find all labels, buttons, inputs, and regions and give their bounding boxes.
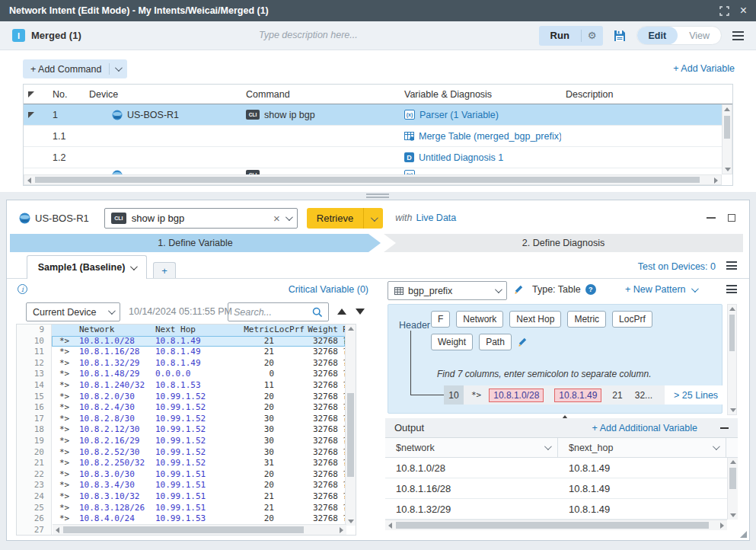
raw-text-line[interactable]: 10*>10.8.1.0/2810.8.1.492132768? <box>17 336 356 347</box>
command-table-vscrollbar[interactable] <box>722 104 732 174</box>
edit-variable-pencil-icon[interactable] <box>514 284 525 295</box>
raw-text-line[interactable]: 14*>10.8.1.240/3210.8.1.531132768? <box>17 380 356 392</box>
new-pattern-button[interactable]: + New Pattern <box>625 284 697 295</box>
parser-icon: (x) <box>404 110 415 120</box>
col-description: Description <box>561 89 722 100</box>
raw-text-line[interactable]: 25*>10.8.3.128/2610.99.1.512132768? <box>17 503 356 514</box>
maximize-panel-icon[interactable] <box>728 214 735 222</box>
edit-keys-pencil-icon[interactable] <box>518 337 528 347</box>
view-mode-button[interactable]: View <box>678 27 721 44</box>
raw-text-line[interactable]: 11*>10.8.1.16/2810.8.1.492132768? <box>17 347 356 358</box>
raw-text-line[interactable]: 17*>10.8.2.8/3010.99.1.523032768? <box>17 414 356 425</box>
tab-dropdown-icon[interactable] <box>130 263 138 270</box>
collapse-all-icon[interactable] <box>28 91 34 98</box>
column-key-chip[interactable]: Weight <box>431 334 473 350</box>
live-data-link[interactable]: Live Data <box>416 213 456 223</box>
column-key-chip[interactable]: Metric <box>567 311 606 328</box>
output-row[interactable]: 10.8.1.16/2810.8.1.49 <box>385 478 738 499</box>
raw-text-line[interactable]: 22*>10.8.3.0/3010.99.1.512032768? <box>17 469 356 481</box>
find-previous-icon[interactable] <box>337 309 346 315</box>
run-button[interactable]: Run <box>539 26 581 46</box>
raw-text-line[interactable]: 24*>10.8.3.10/3210.99.1.512132768? <box>17 491 356 503</box>
search-input[interactable]: Search... <box>228 302 329 321</box>
column-key-chip[interactable]: Network <box>456 311 503 328</box>
raw-text-line[interactable]: 21*>10.8.2.250/3210.99.1.523132768? <box>17 458 356 469</box>
row-variable[interactable]: DUntitled Diagnosis 1 <box>400 152 561 163</box>
raw-text-line[interactable]: 23*>10.8.3.4/3010.99.1.512032768? <box>17 480 356 491</box>
raw-text-line[interactable]: 15*>10.8.2.0/3010.99.1.522032768? <box>17 392 356 403</box>
retrieve-dropdown-icon[interactable] <box>364 211 383 225</box>
output-column-select[interactable]: $next_hop <box>558 438 726 457</box>
column-key-chip[interactable]: Path <box>479 334 512 350</box>
step-define-diagnosis[interactable]: 2. Define Diagnosis <box>384 234 743 252</box>
pattern-menu-icon[interactable] <box>726 285 737 293</box>
raw-text-line[interactable]: 18*>10.8.2.12/3010.99.1.523032768? <box>17 424 356 436</box>
retrieve-button[interactable]: Retrieve <box>307 213 363 224</box>
panel-resize-handle[interactable] <box>740 531 747 538</box>
add-sample-tab[interactable]: + <box>153 262 176 278</box>
output-vscrollbar[interactable] <box>727 458 738 520</box>
command-table-row[interactable]: 1US-BOS-R1CLIshow ip bgp(x)Parser (1 Var… <box>24 104 732 126</box>
raw-hscrollbar[interactable] <box>53 524 346 535</box>
row-variable[interactable]: Merge Table (merged_bgp_prefix) <box>400 131 561 142</box>
device-name: US-BOS-R1 <box>35 213 89 224</box>
save-icon[interactable] <box>614 30 626 42</box>
panel-splitter-handle[interactable] <box>366 193 389 198</box>
run-button-group: Run ⚙ <box>539 26 603 46</box>
row-variable[interactable]: (x)Parser (1 Variable) <box>400 110 561 120</box>
output-row[interactable]: 10.8.1.0/2810.8.1.49 <box>385 458 738 478</box>
command-input[interactable]: CLI show ip bgp × <box>104 208 298 229</box>
variable-select[interactable]: bgp_prefix <box>388 281 507 300</box>
command-dropdown-icon[interactable] <box>285 213 293 221</box>
column-key-chip[interactable]: LocPrf <box>612 311 652 328</box>
raw-text-line[interactable]: 20*>10.8.2.52/3010.99.1.523032768? <box>17 447 356 459</box>
row-collapse-icon[interactable] <box>28 112 34 118</box>
collapse-panel-icon[interactable] <box>707 217 716 219</box>
close-icon[interactable]: × <box>740 5 747 17</box>
find-next-icon[interactable] <box>356 309 365 315</box>
add-command-dropdown-icon[interactable] <box>115 64 123 72</box>
raw-text-line[interactable]: 19*>10.8.2.16/2910.99.1.523032768? <box>17 436 356 447</box>
critical-variable-link[interactable]: Critical Variable (0) <box>289 284 368 295</box>
raw-vscrollbar[interactable] <box>345 325 356 526</box>
raw-text-line[interactable]: 16*>10.8.2.4/3010.99.1.522032768? <box>17 402 356 414</box>
help-icon[interactable]: ? <box>585 284 596 295</box>
step-define-variable[interactable]: 1. Define Variable <box>10 234 381 252</box>
command-table-hscrollbar[interactable] <box>24 174 722 185</box>
pattern-vscrollbar[interactable] <box>727 304 737 415</box>
maximize-icon[interactable] <box>719 6 729 16</box>
column-key-chip[interactable]: F <box>431 311 450 328</box>
raw-text-line[interactable]: 26*>10.8.4.0/2410.99.1.532032768? <box>17 513 356 525</box>
command-table-row[interactable]: 1.2DUntitled Diagnosis 1 <box>24 147 732 168</box>
add-variable-link[interactable]: + Add Variable <box>673 63 735 74</box>
test-on-devices-link[interactable]: Test on Devices: 0 <box>638 261 716 272</box>
tab-sample1-baseline[interactable]: Sample1 (Baseline) <box>27 255 147 279</box>
description-input[interactable]: Type description here... <box>259 30 358 40</box>
add-additional-variable-link[interactable]: + Add Additional Variable <box>592 423 697 433</box>
toolbar-menu-icon[interactable] <box>732 31 744 40</box>
search-icon[interactable] <box>312 307 323 318</box>
raw-text-line[interactable]: 13*>10.8.1.48/290.0.0.0032768? <box>17 369 356 380</box>
raw-output-viewer[interactable]: 9NetworkNext HopMetricLocPrfWeightPath10… <box>16 324 356 536</box>
output-minimize-icon[interactable] <box>720 427 729 429</box>
command-table-row[interactable]: 1.1Merge Table (merged_bgp_prefix) <box>24 126 732 147</box>
run-settings-gear-icon[interactable]: ⚙ <box>582 30 603 41</box>
output-row[interactable]: 10.8.1.32/2910.8.1.49 <box>385 499 738 520</box>
edit-mode-button[interactable]: Edit <box>637 27 678 44</box>
add-command-button[interactable]: + Add Command <box>23 59 127 78</box>
info-icon[interactable]: i <box>18 284 27 294</box>
sample-nexthop-match[interactable]: 10.8.1.49 <box>554 389 601 402</box>
tab-menu-icon[interactable] <box>726 261 737 270</box>
sample-network-match[interactable]: 10.8.1.0/28 <box>489 389 544 402</box>
lines-expand-link[interactable]: > 25 Lines <box>665 385 727 405</box>
raw-text-line[interactable]: 12*>10.8.1.32/2910.8.1.492032768? <box>17 358 356 369</box>
column-key-chip[interactable]: Next Hop <box>509 311 561 328</box>
type-label: Type: Table <box>532 284 581 295</box>
output-hscrollbar[interactable] <box>385 520 727 530</box>
command-table: No. Device Command Variable & Diagnosis … <box>23 84 733 186</box>
output-column-select[interactable]: $network <box>385 438 558 457</box>
clear-command-icon[interactable]: × <box>273 213 280 224</box>
row-device: US-BOS-R1 <box>85 110 241 120</box>
device-scope-select[interactable]: Current Device <box>26 302 120 321</box>
raw-header-line[interactable]: 9NetworkNext HopMetricLocPrfWeightPath <box>17 325 356 336</box>
